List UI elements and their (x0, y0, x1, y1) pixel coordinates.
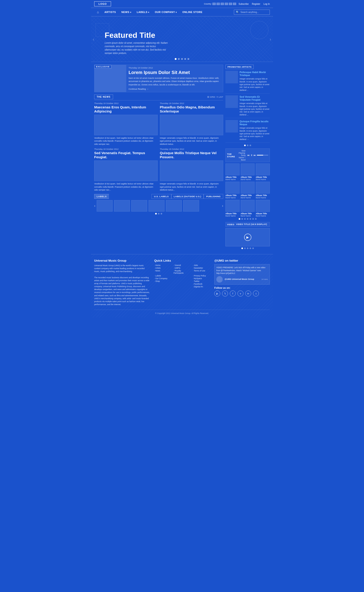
register-link[interactable]: Register (252, 3, 260, 5)
album-item-7[interactable]: Album Title Band Name (225, 200, 240, 217)
pause-btn[interactable]: ⏸ (250, 154, 253, 156)
labels-dot-2[interactable] (158, 213, 159, 214)
video-dot-2[interactable] (244, 247, 246, 249)
album-item-5[interactable]: Album Title Band Name (241, 182, 255, 199)
nav-labels[interactable]: LABELS (134, 8, 152, 16)
facebook-icon[interactable]: f (230, 291, 236, 296)
prev-btn[interactable]: ⏮ (247, 154, 250, 156)
video-title: VIDEO TITLE (16:9 DISPLAY) (236, 223, 267, 226)
footer-link-terms[interactable]: Terms of Use (193, 270, 210, 274)
carousel-prev-arrow[interactable]: ‹ (94, 204, 95, 208)
exclusive-read-more[interactable]: Continue Reading → (129, 88, 221, 90)
footer-link-news[interactable]: News (154, 270, 171, 274)
video-dot-1[interactable] (241, 247, 243, 249)
footer-link-digistar[interactable]: Digistar.fm (193, 286, 210, 288)
search-input[interactable] (240, 11, 268, 13)
hero-dot-5[interactable] (188, 58, 189, 60)
rss-icon[interactable] (214, 291, 220, 296)
promoted-artist-1: Peltesque Habit Morbi Tristique Integer … (225, 71, 270, 93)
prom-dot-1[interactable] (244, 145, 246, 146)
store-dot-6[interactable] (252, 218, 254, 220)
footer-link-labels[interactable]: Labels (154, 275, 171, 277)
label-item-4[interactable] (149, 200, 164, 212)
store-dot-1[interactable] (239, 218, 240, 220)
label-item-6[interactable] (183, 200, 199, 212)
video-dot-4[interactable] (250, 247, 251, 249)
promoted-name-2[interactable]: Sed Venenatis Et Vulputate Feugiat (240, 95, 270, 101)
nav-search-box[interactable]: 🔍 (234, 10, 270, 15)
prom-dot-3[interactable] (250, 145, 251, 146)
nav-artists[interactable]: ARTISTS (102, 8, 119, 16)
footer-link-vivendi[interactable]: Vivendi (174, 264, 191, 266)
album-item-6[interactable]: Album Title Band Name (256, 182, 270, 199)
vimeo-icon[interactable]: v (238, 291, 243, 296)
footer-link-artists[interactable]: Artists (154, 267, 171, 269)
label-item-2[interactable] (114, 200, 130, 212)
news-title-3[interactable]: Sed Venenatis Feugiat. Tempus Feugiat. (94, 151, 158, 159)
flag-2 (217, 3, 220, 5)
video-dot-5[interactable] (252, 247, 254, 249)
album-item-2[interactable]: Album Title Band Name (241, 164, 255, 180)
footer-link-myspace[interactable]: MySpace (193, 277, 210, 279)
album-item-1[interactable]: Album Title Band Name (225, 164, 240, 180)
nav-news[interactable]: NEWS (119, 8, 134, 16)
footer-link-shop[interactable]: Shop (154, 280, 171, 282)
nav-home[interactable]: ⌂ (94, 8, 102, 16)
lastfm-icon[interactable]: ♫ (253, 291, 259, 296)
promoted-name-1[interactable]: Peltesque Habit Morbi Tristique (240, 71, 270, 77)
store-dot-4[interactable] (247, 218, 248, 220)
label-item-1[interactable] (97, 200, 113, 212)
carousel-next-arrow[interactable]: › (222, 204, 223, 208)
list-view-btn[interactable]: ≡ LIST (217, 96, 223, 98)
labels-dot-3[interactable] (161, 213, 162, 214)
progress-bar[interactable] (257, 155, 268, 155)
footer-link-royalty[interactable]: Royalty Participants (174, 270, 191, 274)
nav-our-company[interactable]: OUR COMPANY (152, 8, 180, 16)
nav-online-store[interactable]: ONLINE STORE (180, 8, 205, 16)
label-item-5[interactable] (166, 200, 182, 212)
footer-link-newsletter[interactable]: Newsletter (193, 267, 210, 269)
store-dot-2[interactable] (241, 218, 243, 220)
album-item-9[interactable]: Album Title Band Name (256, 200, 270, 217)
album-item-4[interactable]: Album Title Band Name (225, 182, 240, 199)
store-dot-7[interactable] (255, 218, 257, 220)
news-title-4[interactable]: Quisque Mollis Tristique Neque Vel Posue… (160, 151, 223, 159)
labels-dot-1[interactable] (155, 213, 157, 214)
footer-link-our-company[interactable]: Our Company (154, 277, 171, 279)
linkedin-icon[interactable]: in (245, 291, 251, 296)
hero-next-arrow[interactable]: › (270, 36, 271, 42)
footer-link-umpg[interactable]: UMPG (174, 267, 191, 269)
exclusive-body: Nam et dui sit amet mauris suscipit ultr… (129, 77, 221, 86)
video-player[interactable]: ▶ (225, 228, 270, 246)
store-dot-3[interactable] (244, 218, 246, 220)
album-item-8[interactable]: Album Title Band Name (241, 200, 255, 217)
album-item-3[interactable]: Album Title Band Name (256, 164, 270, 180)
play-button[interactable]: ▶ (244, 234, 251, 241)
footer-link-privacy[interactable]: Privacy Policy (193, 275, 210, 277)
video-dot-3[interactable] (247, 247, 248, 249)
footer-link-facebook[interactable]: Facebook (193, 283, 210, 285)
footer-link-home[interactable]: Home (154, 264, 171, 266)
promoted-name-3[interactable]: Quisque Fringilla Iaculis Neque (240, 120, 270, 126)
footer-link-jobs[interactable]: Jobs (193, 264, 210, 266)
store-dot-5[interactable] (250, 218, 251, 220)
labels-tab-publishing[interactable]: PUBLISHING (204, 194, 223, 199)
login-link[interactable]: Log In (263, 3, 270, 5)
next-btn[interactable]: ⏭ (254, 154, 256, 156)
hero-dot-2[interactable] (178, 58, 180, 60)
hero-dot-3[interactable] (181, 58, 183, 60)
labels-tab-outside-us[interactable]: LABELS (OUTSIDE U.S.) (171, 194, 204, 199)
footer-link-twitter[interactable]: Twitter (193, 280, 210, 282)
hero-prev-arrow[interactable]: ‹ (93, 36, 94, 42)
subscribe-link[interactable]: Subscribe (238, 3, 248, 5)
grid-view-btn[interactable]: ⊞ GRID (207, 96, 215, 98)
hero-dot-4[interactable] (184, 58, 186, 60)
news-title-1[interactable]: Maecenas Eros Quam, Interdum Adipiscing (94, 105, 158, 113)
logo[interactable]: LOGO (94, 1, 111, 6)
labels-tab-us[interactable]: U.S. LABELS (151, 194, 171, 199)
hero-dot-1[interactable] (175, 58, 176, 60)
twitter-icon[interactable]: 𝕏 (222, 291, 228, 296)
label-item-3[interactable] (131, 200, 147, 212)
news-title-2[interactable]: Phasellus Odio Magna, Bibendum Scelerisq… (160, 105, 223, 113)
prom-dot-2[interactable] (247, 145, 248, 146)
